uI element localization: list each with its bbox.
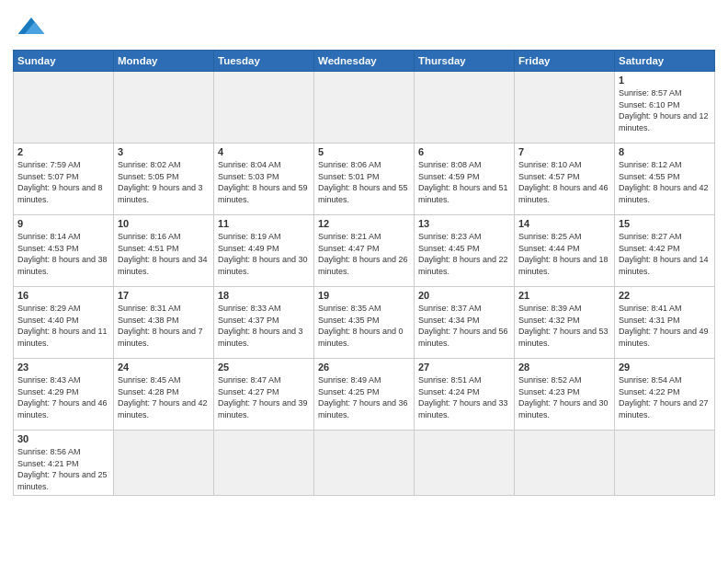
- day-info: Sunrise: 8:31 AM Sunset: 4:38 PM Dayligh…: [118, 303, 210, 349]
- day-number: 25: [218, 362, 310, 373]
- day-info: Sunrise: 8:49 AM Sunset: 4:25 PM Dayligh…: [318, 374, 410, 420]
- day-info: Sunrise: 8:06 AM Sunset: 5:01 PM Dayligh…: [318, 159, 410, 205]
- day-number: 27: [418, 362, 510, 373]
- day-info: Sunrise: 8:33 AM Sunset: 4:37 PM Dayligh…: [218, 303, 310, 349]
- day-info: Sunrise: 8:56 AM Sunset: 4:21 PM Dayligh…: [17, 446, 109, 492]
- day-cell: 8Sunrise: 8:12 AM Sunset: 4:55 PM Daylig…: [615, 144, 715, 215]
- day-cell: 4Sunrise: 8:04 AM Sunset: 5:03 PM Daylig…: [214, 144, 314, 215]
- day-cell: 12Sunrise: 8:21 AM Sunset: 4:47 PM Dayli…: [314, 215, 415, 287]
- day-number: 7: [518, 146, 610, 157]
- day-info: Sunrise: 8:04 AM Sunset: 5:03 PM Dayligh…: [218, 159, 310, 205]
- logo-icon: [15, 13, 48, 39]
- weekday-sunday: Sunday: [14, 51, 114, 72]
- day-cell: 11Sunrise: 8:19 AM Sunset: 4:49 PM Dayli…: [214, 215, 314, 287]
- day-cell: [515, 72, 615, 144]
- day-cell: 27Sunrise: 8:51 AM Sunset: 4:24 PM Dayli…: [415, 359, 515, 431]
- day-cell: [214, 431, 314, 496]
- day-number: 8: [619, 146, 711, 157]
- day-number: 20: [418, 290, 510, 301]
- weekday-friday: Friday: [515, 51, 615, 72]
- day-cell: 15Sunrise: 8:27 AM Sunset: 4:42 PM Dayli…: [615, 215, 715, 287]
- weekday-wednesday: Wednesday: [314, 51, 415, 72]
- day-number: 23: [17, 362, 109, 373]
- day-number: 4: [218, 146, 310, 157]
- day-info: Sunrise: 8:23 AM Sunset: 4:45 PM Dayligh…: [418, 231, 510, 277]
- day-cell: [214, 72, 314, 144]
- day-cell: 14Sunrise: 8:25 AM Sunset: 4:44 PM Dayli…: [515, 215, 615, 287]
- day-number: 5: [318, 146, 410, 157]
- weekday-saturday: Saturday: [615, 51, 715, 72]
- day-cell: 25Sunrise: 8:47 AM Sunset: 4:27 PM Dayli…: [214, 359, 314, 431]
- day-info: Sunrise: 8:02 AM Sunset: 5:05 PM Dayligh…: [118, 159, 210, 205]
- day-number: 19: [318, 290, 410, 301]
- day-number: 30: [17, 433, 109, 444]
- week-row-2: 9Sunrise: 8:14 AM Sunset: 4:53 PM Daylig…: [14, 215, 715, 287]
- day-number: 28: [518, 362, 610, 373]
- day-number: 2: [17, 146, 109, 157]
- day-cell: 5Sunrise: 8:06 AM Sunset: 5:01 PM Daylig…: [314, 144, 415, 215]
- day-info: Sunrise: 8:41 AM Sunset: 4:31 PM Dayligh…: [619, 303, 711, 349]
- day-info: Sunrise: 8:35 AM Sunset: 4:35 PM Dayligh…: [318, 303, 410, 349]
- day-info: Sunrise: 8:25 AM Sunset: 4:44 PM Dayligh…: [518, 231, 610, 277]
- day-cell: 18Sunrise: 8:33 AM Sunset: 4:37 PM Dayli…: [214, 287, 314, 359]
- day-number: 21: [518, 290, 610, 301]
- week-row-3: 16Sunrise: 8:29 AM Sunset: 4:40 PM Dayli…: [14, 287, 715, 359]
- day-cell: 6Sunrise: 8:08 AM Sunset: 4:59 PM Daylig…: [415, 144, 515, 215]
- day-number: 16: [17, 290, 109, 301]
- week-row-4: 23Sunrise: 8:43 AM Sunset: 4:29 PM Dayli…: [14, 359, 715, 431]
- day-info: Sunrise: 8:27 AM Sunset: 4:42 PM Dayligh…: [619, 231, 711, 277]
- day-info: Sunrise: 8:12 AM Sunset: 4:55 PM Dayligh…: [619, 159, 711, 205]
- day-cell: 29Sunrise: 8:54 AM Sunset: 4:22 PM Dayli…: [615, 359, 715, 431]
- day-cell: [314, 431, 415, 496]
- day-cell: 2Sunrise: 7:59 AM Sunset: 5:07 PM Daylig…: [14, 144, 114, 215]
- day-cell: 28Sunrise: 8:52 AM Sunset: 4:23 PM Dayli…: [515, 359, 615, 431]
- day-cell: 26Sunrise: 8:49 AM Sunset: 4:25 PM Dayli…: [314, 359, 415, 431]
- day-number: 10: [118, 218, 210, 229]
- day-cell: [114, 431, 214, 496]
- day-cell: 19Sunrise: 8:35 AM Sunset: 4:35 PM Dayli…: [314, 287, 415, 359]
- day-cell: 10Sunrise: 8:16 AM Sunset: 4:51 PM Dayli…: [114, 215, 214, 287]
- day-info: Sunrise: 8:47 AM Sunset: 4:27 PM Dayligh…: [218, 374, 310, 420]
- day-info: Sunrise: 8:52 AM Sunset: 4:23 PM Dayligh…: [518, 374, 610, 420]
- day-cell: [615, 431, 715, 496]
- week-row-1: 2Sunrise: 7:59 AM Sunset: 5:07 PM Daylig…: [14, 144, 715, 215]
- day-cell: 21Sunrise: 8:39 AM Sunset: 4:32 PM Dayli…: [515, 287, 615, 359]
- weekday-header-row: SundayMondayTuesdayWednesdayThursdayFrid…: [14, 51, 715, 72]
- page: SundayMondayTuesdayWednesdayThursdayFrid…: [0, 0, 728, 563]
- day-info: Sunrise: 8:10 AM Sunset: 4:57 PM Dayligh…: [518, 159, 610, 205]
- day-info: Sunrise: 8:54 AM Sunset: 4:22 PM Dayligh…: [619, 374, 711, 420]
- day-number: 18: [218, 290, 310, 301]
- day-cell: 22Sunrise: 8:41 AM Sunset: 4:31 PM Dayli…: [615, 287, 715, 359]
- day-number: 6: [418, 146, 510, 157]
- day-info: Sunrise: 8:19 AM Sunset: 4:49 PM Dayligh…: [218, 231, 310, 277]
- day-number: 3: [118, 146, 210, 157]
- day-number: 11: [218, 218, 310, 229]
- week-row-5: 30Sunrise: 8:56 AM Sunset: 4:21 PM Dayli…: [14, 431, 715, 496]
- day-info: Sunrise: 8:29 AM Sunset: 4:40 PM Dayligh…: [17, 303, 109, 349]
- day-number: 29: [619, 362, 711, 373]
- day-info: Sunrise: 8:43 AM Sunset: 4:29 PM Dayligh…: [17, 374, 109, 420]
- day-cell: 20Sunrise: 8:37 AM Sunset: 4:34 PM Dayli…: [415, 287, 515, 359]
- header: [13, 9, 715, 42]
- day-number: 9: [17, 218, 109, 229]
- day-info: Sunrise: 8:39 AM Sunset: 4:32 PM Dayligh…: [518, 303, 610, 349]
- day-cell: [415, 431, 515, 496]
- day-cell: 23Sunrise: 8:43 AM Sunset: 4:29 PM Dayli…: [14, 359, 114, 431]
- day-info: Sunrise: 8:57 AM Sunset: 6:10 PM Dayligh…: [619, 87, 711, 133]
- day-cell: 13Sunrise: 8:23 AM Sunset: 4:45 PM Dayli…: [415, 215, 515, 287]
- day-cell: [515, 431, 615, 496]
- day-cell: 3Sunrise: 8:02 AM Sunset: 5:05 PM Daylig…: [114, 144, 214, 215]
- day-info: Sunrise: 8:16 AM Sunset: 4:51 PM Dayligh…: [118, 231, 210, 277]
- weekday-tuesday: Tuesday: [214, 51, 314, 72]
- day-info: Sunrise: 8:08 AM Sunset: 4:59 PM Dayligh…: [418, 159, 510, 205]
- day-cell: 7Sunrise: 8:10 AM Sunset: 4:57 PM Daylig…: [515, 144, 615, 215]
- day-info: Sunrise: 8:37 AM Sunset: 4:34 PM Dayligh…: [418, 303, 510, 349]
- day-cell: [14, 72, 114, 144]
- day-number: 24: [118, 362, 210, 373]
- day-cell: 16Sunrise: 8:29 AM Sunset: 4:40 PM Dayli…: [14, 287, 114, 359]
- day-cell: 9Sunrise: 8:14 AM Sunset: 4:53 PM Daylig…: [14, 215, 114, 287]
- day-info: Sunrise: 7:59 AM Sunset: 5:07 PM Dayligh…: [17, 159, 109, 205]
- day-info: Sunrise: 8:45 AM Sunset: 4:28 PM Dayligh…: [118, 374, 210, 420]
- day-info: Sunrise: 8:14 AM Sunset: 4:53 PM Dayligh…: [17, 231, 109, 277]
- calendar: SundayMondayTuesdayWednesdayThursdayFrid…: [13, 50, 715, 496]
